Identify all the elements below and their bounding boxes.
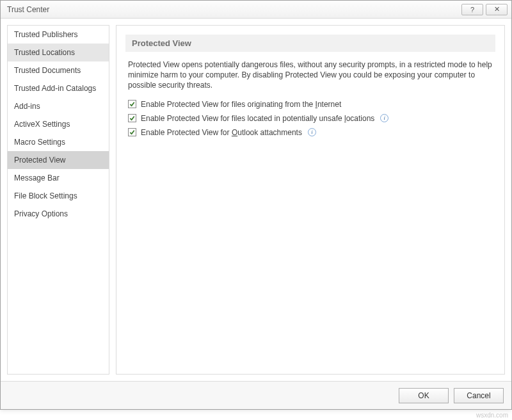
sidebar-item-message-bar[interactable]: Message Bar (8, 169, 109, 187)
checkmark-icon (129, 115, 135, 121)
info-icon[interactable]: i (380, 114, 388, 122)
sidebar-item-label: Trusted Documents (14, 66, 81, 75)
checkbox[interactable] (128, 128, 136, 136)
sidebar-item-trusted-documents[interactable]: Trusted Documents (8, 61, 109, 79)
option-label[interactable]: Enable Protected View for files originat… (141, 100, 341, 109)
option-row: Enable Protected View for files originat… (125, 99, 495, 113)
checkbox[interactable] (128, 100, 136, 108)
content-panel: Protected View Protected View opens pote… (116, 25, 505, 375)
close-icon: ✕ (494, 5, 500, 13)
section-header: Protected View (125, 35, 495, 52)
help-icon: ? (470, 6, 474, 13)
info-icon[interactable]: i (308, 128, 316, 136)
sidebar-item-file-block-settings[interactable]: File Block Settings (8, 187, 109, 205)
trust-center-dialog: Trust Center ? ✕ Trusted PublishersTrust… (0, 0, 512, 410)
ok-button[interactable]: OK (399, 388, 449, 403)
checkmark-icon (129, 101, 135, 107)
dialog-body: Trusted PublishersTrusted LocationsTrust… (1, 19, 511, 381)
watermark: wsxdn.com (476, 412, 508, 419)
sidebar-item-label: Trusted Publishers (14, 30, 78, 39)
option-label[interactable]: Enable Protected View for files located … (141, 114, 374, 123)
sidebar-item-trusted-publishers[interactable]: Trusted Publishers (8, 26, 109, 44)
sidebar-item-label: Protected View (14, 156, 66, 165)
cancel-button[interactable]: Cancel (454, 388, 504, 403)
close-button[interactable]: ✕ (486, 4, 508, 15)
sidebar-item-label: Privacy Options (14, 209, 68, 218)
sidebar-item-protected-view[interactable]: Protected View (8, 151, 109, 169)
sidebar-item-add-ins[interactable]: Add-ins (8, 97, 109, 115)
sidebar-item-label: Trusted Locations (14, 48, 75, 57)
sidebar-item-label: Message Bar (14, 174, 60, 182)
option-label[interactable]: Enable Protected View for Outlook attach… (141, 128, 302, 137)
sidebar-item-label: File Block Settings (14, 191, 77, 200)
sidebar-item-trusted-locations[interactable]: Trusted Locations (8, 44, 109, 61)
help-button[interactable]: ? (461, 4, 483, 15)
sidebar-item-label: Add-ins (14, 102, 40, 111)
sidebar-item-label: Macro Settings (14, 138, 65, 147)
option-row: Enable Protected View for Outlook attach… (125, 127, 495, 141)
sidebar-item-label: Trusted Add-in Catalogs (14, 84, 96, 93)
sidebar: Trusted PublishersTrusted LocationsTrust… (7, 25, 109, 375)
sidebar-item-privacy-options[interactable]: Privacy Options (8, 205, 109, 223)
titlebar: Trust Center ? ✕ (1, 1, 511, 19)
section-description: Protected View opens potentially dangero… (125, 60, 495, 99)
checkbox[interactable] (128, 114, 136, 122)
sidebar-item-macro-settings[interactable]: Macro Settings (8, 133, 109, 151)
option-row: Enable Protected View for files located … (125, 113, 495, 127)
checkmark-icon (129, 129, 135, 135)
sidebar-item-label: ActiveX Settings (14, 120, 70, 129)
window-title: Trust Center (7, 5, 459, 14)
options-list: Enable Protected View for files originat… (125, 99, 495, 141)
dialog-buttons: OK Cancel (1, 381, 511, 409)
sidebar-item-activex-settings[interactable]: ActiveX Settings (8, 115, 109, 133)
sidebar-item-trusted-add-in-catalogs[interactable]: Trusted Add-in Catalogs (8, 79, 109, 97)
